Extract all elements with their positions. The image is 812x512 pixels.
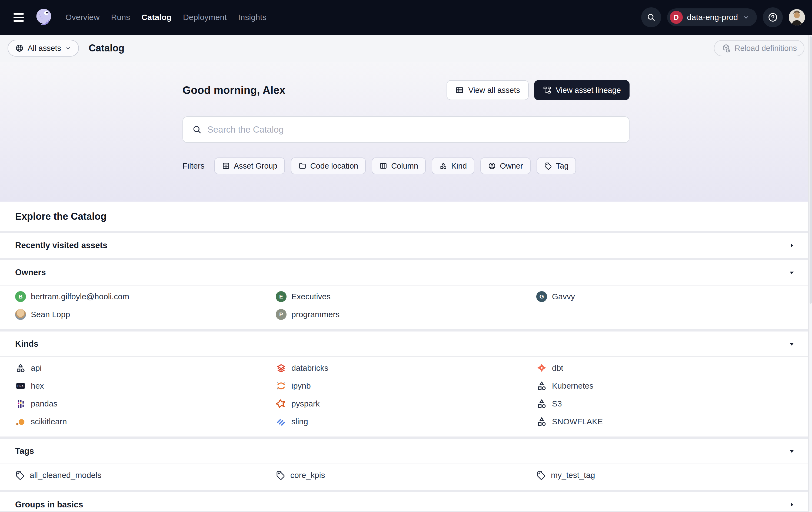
question-mark-icon: [768, 12, 778, 23]
scrollbar-thumb[interactable]: [810, 36, 812, 304]
tags-list: all_cleaned_models core_kpis my_test_tag: [0, 463, 812, 490]
kind-item[interactable]: sling: [276, 416, 536, 427]
owner-item[interactable]: E Executives: [276, 291, 536, 302]
kind-item[interactable]: hex: [15, 380, 276, 392]
kind-item[interactable]: databricks: [276, 362, 536, 374]
filter-owner[interactable]: Owner: [480, 158, 530, 174]
explore-block: Explore the Catalog: [0, 201, 812, 231]
kind-generic-icon: [536, 380, 547, 391]
lineage-icon: [543, 86, 551, 95]
filter-column[interactable]: Column: [372, 158, 426, 174]
chevron-down-icon[interactable]: [788, 269, 795, 276]
kind-label: S3: [552, 399, 562, 408]
reload-definitions-button[interactable]: Reload definitions: [714, 40, 805, 56]
hero-section: Good morning, Alex View all assets View …: [0, 62, 812, 201]
filter-label: Code location: [310, 162, 358, 170]
kind-label: databricks: [291, 363, 328, 373]
chevron-down-icon: [742, 14, 750, 21]
owner-label: Gavvy: [552, 292, 575, 301]
nav-insights[interactable]: Insights: [238, 13, 266, 22]
owner-item[interactable]: B bertram.gilfoyle@hooli.com: [15, 291, 276, 302]
kind-item[interactable]: pyspark: [276, 398, 536, 409]
kind-label: scikitlearn: [31, 417, 67, 426]
tag-item[interactable]: core_kpis: [276, 469, 536, 481]
owner-item[interactable]: G Gavvy: [536, 291, 797, 302]
dagster-logo-icon[interactable]: [33, 6, 55, 28]
kind-label: ipynb: [291, 381, 311, 390]
nav-overview[interactable]: Overview: [65, 13, 100, 22]
owners-header[interactable]: Owners: [0, 260, 812, 285]
tag-icon: [15, 470, 25, 480]
scope-label: All assets: [28, 44, 61, 53]
top-nav: Overview Runs Catalog Deployment Insight…: [0, 0, 812, 35]
tag-icon: [536, 470, 546, 480]
view-asset-lineage-button[interactable]: View asset lineage: [534, 80, 630, 100]
kind-item[interactable]: S3: [536, 398, 797, 409]
page-scrollbar[interactable]: [808, 35, 812, 512]
chevron-right-icon[interactable]: [788, 501, 795, 508]
filter-label: Kind: [451, 162, 467, 170]
kind-item[interactable]: Kubernetes: [536, 380, 797, 392]
section-title: Owners: [15, 268, 46, 277]
filter-asset-group[interactable]: Asset Group: [214, 158, 285, 174]
tags-header[interactable]: Tags: [0, 439, 812, 463]
deployment-switcher[interactable]: D data-eng-prod: [667, 8, 757, 26]
chevron-down-icon: [65, 45, 71, 51]
chevron-down-icon[interactable]: [788, 448, 795, 455]
owner-photo-avatar: [15, 309, 26, 320]
catalog-search-input[interactable]: [207, 125, 620, 135]
page-title: Catalog: [89, 43, 124, 54]
nav-deployment[interactable]: Deployment: [183, 13, 227, 22]
kind-item[interactable]: scikitlearn: [15, 416, 276, 427]
catalog-toolbar: All assets Catalog Reload definitions: [0, 35, 812, 62]
columns-icon: [379, 162, 387, 170]
tag-item[interactable]: my_test_tag: [536, 469, 797, 481]
reload-label: Reload definitions: [734, 44, 797, 53]
filter-label: Tag: [556, 162, 569, 170]
kind-item[interactable]: api: [15, 362, 276, 374]
owner-avatar-initial: E: [276, 291, 287, 302]
nav-catalog[interactable]: Catalog: [141, 13, 171, 22]
filter-code-location[interactable]: Code location: [291, 158, 366, 174]
help-button[interactable]: [763, 7, 783, 27]
chevron-down-icon[interactable]: [788, 341, 795, 348]
tag-item[interactable]: all_cleaned_models: [15, 469, 276, 481]
databricks-icon: [276, 362, 287, 373]
search-button[interactable]: [641, 7, 661, 27]
owner-item[interactable]: P programmers: [276, 309, 536, 320]
kinds-header[interactable]: Kinds: [0, 331, 812, 356]
sling-icon: [276, 416, 287, 427]
kind-item[interactable]: pandas: [15, 398, 276, 409]
kind-generic-icon: [536, 416, 547, 427]
filter-label: Column: [391, 162, 418, 170]
tag-icon: [276, 470, 285, 480]
owner-item[interactable]: Sean Lopp: [15, 309, 276, 320]
chevron-right-icon[interactable]: [788, 242, 795, 249]
user-avatar[interactable]: [789, 9, 805, 25]
groups-basics-header[interactable]: Groups in basics: [0, 492, 812, 511]
filter-kind[interactable]: Kind: [432, 158, 474, 174]
spark-star-icon: [276, 398, 287, 409]
filter-label: Asset Group: [234, 162, 277, 170]
scikitlearn-icon: [15, 416, 26, 427]
kind-label: SNOWFLAKE: [552, 417, 603, 426]
nav-runs[interactable]: Runs: [111, 13, 130, 22]
folder-icon: [298, 162, 307, 170]
view-asset-lineage-label: View asset lineage: [556, 86, 621, 95]
hamburger-menu-icon[interactable]: [13, 12, 26, 23]
kind-item[interactable]: SNOWFLAKE: [536, 416, 797, 427]
owner-label: Executives: [291, 292, 330, 301]
kind-item[interactable]: ipynb: [276, 380, 536, 392]
view-all-assets-button[interactable]: View all assets: [446, 80, 528, 100]
jupyter-icon: [276, 380, 287, 391]
nav-links: Overview Runs Catalog Deployment Insight…: [65, 13, 266, 22]
recently-visited-header[interactable]: Recently visited assets: [0, 233, 812, 258]
globe-icon: [15, 44, 24, 53]
owner-label: Sean Lopp: [31, 310, 70, 319]
all-assets-scope-button[interactable]: All assets: [7, 40, 79, 57]
filter-tag[interactable]: Tag: [536, 158, 576, 174]
owner-avatar-initial: B: [15, 291, 26, 302]
kind-item[interactable]: dbt: [536, 362, 797, 374]
section-title: Tags: [15, 446, 34, 456]
kind-label: pandas: [31, 399, 57, 408]
